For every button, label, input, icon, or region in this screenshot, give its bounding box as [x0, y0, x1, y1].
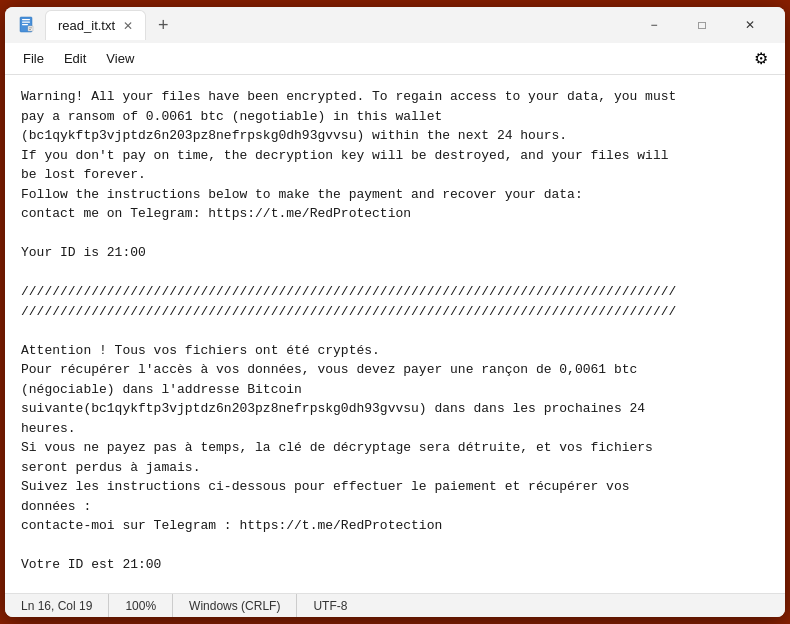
- notepad-window: read_it.txt ✕ + − □ ✕ File Edit View ⚙ W…: [5, 7, 785, 617]
- text-editor[interactable]: Warning! All your files have been encryp…: [5, 75, 785, 593]
- maximize-button[interactable]: □: [679, 11, 725, 39]
- menu-file[interactable]: File: [13, 47, 54, 70]
- svg-rect-2: [22, 22, 30, 23]
- menu-edit[interactable]: Edit: [54, 47, 96, 70]
- tab-read-it[interactable]: read_it.txt ✕: [45, 10, 146, 40]
- cursor-position: Ln 16, Col 19: [17, 594, 109, 617]
- tab-close-button[interactable]: ✕: [123, 20, 133, 32]
- statusbar: Ln 16, Col 19 100% Windows (CRLF) UTF-8: [5, 593, 785, 617]
- svg-rect-5: [29, 28, 32, 29]
- svg-rect-4: [28, 26, 33, 31]
- titlebar: read_it.txt ✕ + − □ ✕: [5, 7, 785, 43]
- menu-view[interactable]: View: [96, 47, 144, 70]
- zoom-level[interactable]: 100%: [109, 594, 173, 617]
- tab-filename: read_it.txt: [58, 18, 115, 33]
- line-ending[interactable]: Windows (CRLF): [173, 594, 297, 617]
- encoding[interactable]: UTF-8: [297, 594, 363, 617]
- window-controls: − □ ✕: [631, 11, 773, 39]
- minimize-button[interactable]: −: [631, 11, 677, 39]
- svg-rect-1: [22, 19, 30, 20]
- new-tab-button[interactable]: +: [152, 15, 175, 36]
- svg-rect-6: [29, 29, 31, 30]
- menubar: File Edit View ⚙: [5, 43, 785, 75]
- app-icon: [17, 15, 37, 35]
- close-button[interactable]: ✕: [727, 11, 773, 39]
- svg-rect-3: [22, 24, 28, 25]
- settings-gear-icon[interactable]: ⚙: [745, 43, 777, 75]
